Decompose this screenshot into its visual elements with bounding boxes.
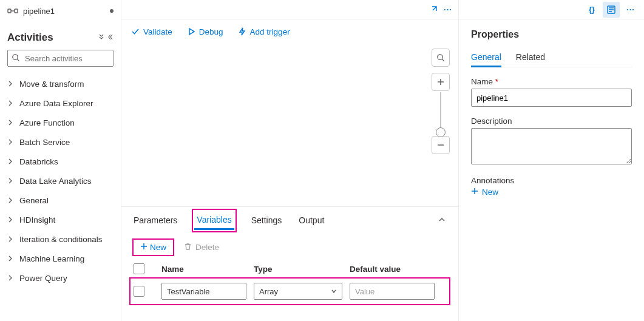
category-label: Iteration & conditionals <box>19 235 103 244</box>
tab-settings[interactable]: Settings <box>251 212 282 229</box>
plus-icon <box>140 243 147 252</box>
main-area: ··· Validate Debug Add trigger <box>121 0 459 321</box>
chevron-right-icon <box>7 120 13 126</box>
prop-tab-related[interactable]: Related <box>516 49 545 67</box>
chevron-right-icon <box>7 275 13 281</box>
right-more-button[interactable]: ··· <box>622 2 639 18</box>
chevron-right-icon <box>7 139 13 145</box>
category-label: Move & transform <box>19 79 84 89</box>
code-view-button[interactable]: {} <box>583 2 600 18</box>
zoom-in-button[interactable] <box>432 73 450 91</box>
svg-point-3 <box>438 55 442 59</box>
lightning-icon <box>238 27 246 36</box>
pipeline-canvas[interactable] <box>121 44 458 206</box>
description-field-group: Description <box>471 117 632 166</box>
column-name: Name <box>161 265 254 274</box>
pipeline-tab[interactable]: pipeline1 <box>7 0 114 19</box>
row-checkbox[interactable] <box>134 286 144 297</box>
debug-label: Debug <box>199 27 223 36</box>
debug-button[interactable]: Debug <box>187 27 223 36</box>
category-move-transform[interactable]: Move & transform <box>7 74 114 93</box>
category-general[interactable]: General <box>7 191 114 210</box>
category-power-query[interactable]: Power Query <box>7 268 114 288</box>
pipeline-toolbar: Validate Debug Add trigger <box>121 19 458 44</box>
canvas-search-button[interactable] <box>432 49 450 67</box>
validate-button[interactable]: Validate <box>131 27 172 36</box>
description-input[interactable] <box>471 128 632 164</box>
tab-variables[interactable]: Variables <box>194 211 234 230</box>
category-azure-data-explorer[interactable]: Azure Data Explorer <box>7 93 114 113</box>
variable-default-input[interactable] <box>350 283 435 300</box>
category-label: Azure Data Explorer <box>19 99 93 108</box>
variable-type-value: Array <box>259 287 278 296</box>
new-annotation-button[interactable]: New <box>471 188 632 197</box>
category-label: General <box>19 196 49 205</box>
name-input[interactable] <box>471 89 632 107</box>
column-type: Type <box>254 265 350 274</box>
select-all-checkbox[interactable] <box>134 263 144 274</box>
category-data-lake-analytics[interactable]: Data Lake Analytics <box>7 171 114 191</box>
category-label: Azure Function <box>19 118 75 127</box>
category-label: Power Query <box>19 274 67 283</box>
activities-heading-row: Activities <box>7 32 114 44</box>
zoom-slider-handle[interactable] <box>436 127 446 137</box>
validate-label: Validate <box>143 27 172 36</box>
chevron-right-icon <box>7 158 13 164</box>
new-annotation-label: New <box>482 188 498 197</box>
category-databricks[interactable]: Databricks <box>7 152 114 171</box>
name-label: Name * <box>471 77 632 86</box>
svg-rect-0 <box>8 9 11 13</box>
tab-parameters[interactable]: Parameters <box>134 212 177 229</box>
category-label: Batch Service <box>19 138 70 147</box>
plus-icon <box>471 188 478 197</box>
chevron-right-icon <box>7 255 13 262</box>
svg-point-2 <box>13 54 18 59</box>
chevron-right-icon <box>7 236 13 242</box>
prop-tab-general[interactable]: General <box>471 49 501 67</box>
popout-icon[interactable] <box>428 4 439 15</box>
unsaved-indicator-icon <box>110 9 114 13</box>
new-variable-button[interactable]: New <box>134 240 173 255</box>
play-icon <box>187 27 195 36</box>
bottom-panel-tabs: Parameters Variables Settings Output <box>121 207 458 234</box>
properties-view-button[interactable] <box>603 2 620 18</box>
activities-sidebar: pipeline1 Activities Move & transform Az… <box>0 0 121 321</box>
pipeline-tab-title: pipeline1 <box>23 7 55 16</box>
annotations-group: Annotations New <box>471 176 632 197</box>
more-icon[interactable]: ··· <box>442 4 453 15</box>
category-hdinsight[interactable]: HDInsight <box>7 210 114 229</box>
annotations-label: Annotations <box>471 176 632 185</box>
zoom-control <box>432 73 450 154</box>
pipeline-icon <box>7 7 18 15</box>
chevron-right-icon <box>7 197 13 203</box>
category-label: Machine Learning <box>19 254 84 263</box>
variables-header-row: Name Type Default value <box>121 260 458 278</box>
chevron-double-down-icon <box>98 33 105 42</box>
sidebar-collapse-controls[interactable] <box>98 33 114 42</box>
category-batch-service[interactable]: Batch Service <box>7 132 114 152</box>
tab-output[interactable]: Output <box>299 212 324 229</box>
svg-rect-1 <box>15 9 18 13</box>
activities-search[interactable] <box>7 50 114 67</box>
category-machine-learning[interactable]: Machine Learning <box>7 249 114 268</box>
activities-search-input[interactable] <box>24 53 128 64</box>
bottom-panel-actions: New Delete <box>121 234 458 260</box>
variable-type-select[interactable]: Array <box>254 283 342 300</box>
delete-variable-button: Delete <box>184 243 219 252</box>
description-label: Description <box>471 117 632 126</box>
zoom-out-button[interactable] <box>432 136 450 154</box>
variable-name-input[interactable] <box>161 283 246 300</box>
chevron-down-icon <box>331 287 337 296</box>
check-icon <box>131 27 140 36</box>
add-trigger-label: Add trigger <box>250 27 290 36</box>
chevron-right-icon <box>7 100 13 106</box>
add-trigger-button[interactable]: Add trigger <box>238 27 290 36</box>
zoom-slider-track[interactable] <box>440 92 441 135</box>
panel-collapse-button[interactable] <box>438 215 446 226</box>
chevron-right-icon <box>7 81 13 87</box>
properties-content: Properties General Related Name * Descri… <box>459 19 644 216</box>
category-iteration-conditionals[interactable]: Iteration & conditionals <box>7 229 114 249</box>
name-field-group: Name * <box>471 77 632 107</box>
chevron-double-left-icon <box>106 33 114 42</box>
category-azure-function[interactable]: Azure Function <box>7 113 114 132</box>
